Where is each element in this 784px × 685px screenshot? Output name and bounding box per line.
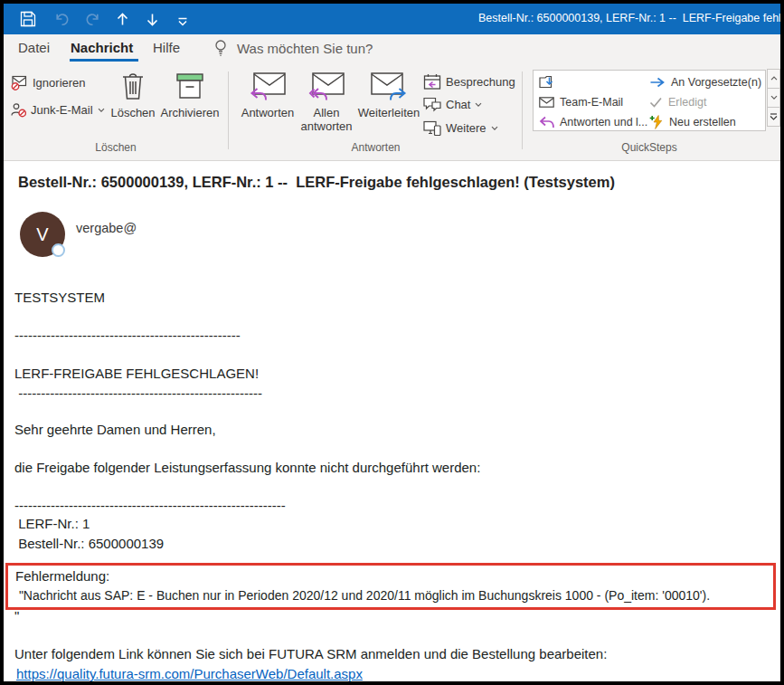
body-intro: die Freigabe folgender Leistungserfassun…: [14, 460, 480, 475]
customize-quick-access-icon[interactable]: [175, 14, 191, 30]
srm-portal-link[interactable]: https://quality.futura-srm.com/Purchaser…: [16, 666, 363, 681]
gallery-scrollbar: [767, 70, 780, 131]
active-tab-underline: [70, 59, 138, 62]
chevron-down-icon: [475, 102, 482, 108]
reply-button[interactable]: Antworten: [237, 71, 298, 119]
ignore-icon: [11, 75, 28, 90]
ignore-label: Ignorieren: [33, 76, 86, 90]
tab-hilfe[interactable]: Hilfe: [153, 40, 180, 55]
quickstep-move-item[interactable]: [539, 73, 614, 91]
sender-name[interactable]: vergabe@: [76, 221, 137, 235]
body-salutation: Sehr geehrte Damen und Herren,: [14, 422, 216, 437]
tab-datei[interactable]: Datei: [18, 40, 50, 55]
quickstep-reply-delete-label: Antworten und l...: [560, 116, 647, 128]
forward-icon: [370, 71, 408, 102]
ignore-button[interactable]: Ignorieren: [11, 75, 86, 90]
archive-button[interactable]: Archivieren: [157, 70, 222, 119]
move-to-folder-icon: [539, 75, 554, 90]
gallery-scroll-down-button[interactable]: [767, 88, 780, 108]
tab-nachricht[interactable]: Nachricht: [71, 40, 133, 55]
quickstep-reply-delete-item[interactable]: Antworten und l...: [539, 113, 647, 131]
link-intro: Unter folgendem Link können Sie sich bei…: [14, 646, 607, 661]
envelope-icon: [539, 97, 554, 108]
more-respond-button[interactable]: Weitere: [423, 120, 498, 136]
body-lerf-number: LERF-Nr.: 1: [14, 516, 90, 531]
undo-icon[interactable]: [53, 11, 70, 27]
delete-button[interactable]: Löschen: [109, 70, 157, 119]
reply-all-label-line2: antworten: [300, 119, 352, 133]
quickstep-move-label: [560, 75, 614, 90]
body-headline: LERF-FREIGABE FEHLGESCHLAGEN!: [14, 366, 259, 381]
tellme-label: Was möchten Sie tun?: [237, 41, 373, 56]
body-system-line: TESTSYSTEM: [14, 290, 105, 305]
error-highlight-box: Fehlermeldung: "Nachricht aus SAP: E - B…: [5, 563, 776, 610]
error-text: "Nachricht aus SAP: E - Buchen nur in Pe…: [15, 588, 710, 603]
titlebar: Bestell-Nr.: 6500000139, LERF-Nr.: 1 -- …: [4, 4, 780, 34]
quickstep-to-manager-label: An Vorgesetzte(n): [671, 76, 761, 89]
junk-button[interactable]: Junk-E-Mail: [11, 102, 105, 118]
archive-icon: [174, 70, 206, 102]
body-divider: ----------------------------------------…: [14, 328, 241, 343]
body-divider: ----------------------------------------…: [14, 498, 286, 513]
group-divider: [228, 71, 229, 149]
devices-icon: [423, 120, 441, 136]
tellme-search[interactable]: Was möchten Sie tun?: [213, 39, 373, 57]
ribbon: Ignorieren Junk-E-Mail: [4, 64, 780, 161]
ribbon-tabs: Datei Nachricht Hilfe Was möchten Sie tu…: [4, 34, 780, 64]
reading-pane: Bestell-Nr.: 6500000139, LERF-Nr.: 1 -- …: [4, 161, 780, 681]
quickstep-to-manager-item[interactable]: An Vorgesetzte(n): [649, 73, 761, 91]
reply-icon: [249, 71, 287, 102]
message-subject: Bestell-Nr.: 6500000139, LERF-Nr.: 1 -- …: [18, 174, 615, 191]
quickstep-done-item[interactable]: Erledigt: [649, 93, 706, 111]
body-order-number: Bestell-Nr.: 6500000139: [14, 536, 164, 551]
meeting-button[interactable]: Besprechung: [423, 73, 515, 90]
reply-all-icon: [307, 71, 345, 102]
body-divider: ----------------------------------------…: [14, 385, 262, 401]
junk-icon: [11, 102, 26, 118]
lightbulb-icon: [213, 39, 228, 57]
gallery-scroll-up-button[interactable]: [767, 69, 780, 89]
chevron-down-icon: [491, 126, 498, 131]
quickstep-create-new-item[interactable]: Neu erstellen: [649, 113, 736, 131]
redo-icon[interactable]: [84, 11, 100, 27]
quickstep-team-email-label: Team-E-Mail: [560, 96, 623, 109]
check-icon: [649, 97, 663, 108]
group-divider: [522, 71, 523, 149]
reply-label: Antworten: [241, 106, 295, 119]
forward-label: Weiterleiten: [358, 106, 420, 119]
lightning-plus-icon: [649, 115, 664, 129]
save-icon[interactable]: [20, 11, 36, 27]
delete-label: Löschen: [110, 106, 155, 119]
chat-icon: [423, 97, 441, 112]
group-label-loeschen: Löschen: [4, 141, 228, 154]
error-closing-quote: ": [14, 608, 19, 623]
forward-button[interactable]: Weiterleiten: [354, 71, 423, 119]
chat-label: Chat: [446, 98, 470, 111]
junk-label: Junk-E-Mail: [31, 103, 93, 117]
trash-icon: [119, 70, 146, 102]
archive-label: Archivieren: [160, 106, 219, 119]
outlook-message-window: Bestell-Nr.: 6500000139, LERF-Nr.: 1 -- …: [0, 0, 784, 685]
group-label-antworten: Antworten: [230, 141, 522, 154]
move-up-icon[interactable]: [114, 11, 130, 27]
chat-button[interactable]: Chat: [423, 97, 482, 112]
move-down-icon[interactable]: [144, 11, 160, 27]
purple-reply-arrow-icon: [539, 116, 554, 129]
more-respond-label: Weitere: [446, 121, 486, 135]
reply-all-button[interactable]: Allen antworten: [298, 71, 354, 133]
calendar-icon: [423, 73, 441, 90]
presence-badge: [52, 243, 65, 257]
blue-right-arrow-icon: [649, 77, 666, 88]
chevron-down-icon: [98, 108, 105, 113]
error-label: Fehlermeldung:: [15, 568, 109, 584]
quickstep-team-email-item[interactable]: Team-E-Mail: [539, 93, 623, 111]
group-label-quicksteps: QuickSteps: [533, 141, 766, 154]
gallery-more-button[interactable]: [767, 107, 780, 127]
meeting-label: Besprechung: [446, 75, 515, 89]
app-surface: Bestell-Nr.: 6500000139, LERF-Nr.: 1 -- …: [4, 4, 780, 681]
window-title: Bestell-Nr.: 6500000139, LERF-Nr.: 1 -- …: [478, 12, 780, 28]
quickstep-done-label: Erledigt: [668, 96, 706, 109]
quickstep-create-new-label: Neu erstellen: [669, 116, 736, 128]
avatar-initial: V: [36, 224, 48, 245]
reply-all-label-line1: Allen: [314, 106, 340, 119]
